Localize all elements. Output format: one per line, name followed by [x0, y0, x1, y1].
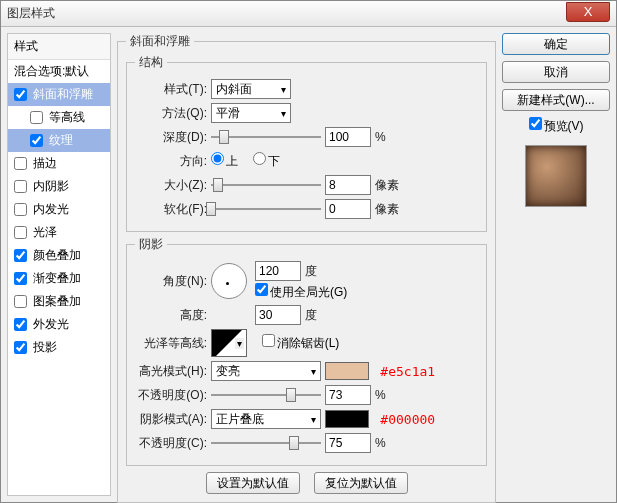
- depth-input[interactable]: 100: [325, 127, 371, 147]
- shadow-mode-label: 阴影模式(A):: [135, 411, 207, 428]
- shadow-opacity-label: 不透明度(C):: [135, 435, 207, 452]
- structure-group: 结构 样式(T): 内斜面 方法(Q): 平滑 深度(D): 100 %: [126, 54, 487, 232]
- technique-label: 方法(Q):: [135, 105, 207, 122]
- styles-header: 样式: [8, 34, 110, 60]
- altitude-label: 高度:: [135, 307, 207, 324]
- percent-unit: %: [375, 130, 386, 144]
- texture-item[interactable]: 纹理: [8, 129, 110, 152]
- shading-group: 阴影 角度(N): 120 度 使用全局光(G) 高度:: [126, 236, 487, 466]
- altitude-input[interactable]: 30: [255, 305, 301, 325]
- shadow-mode-select[interactable]: 正片叠底: [211, 409, 321, 429]
- direction-down-option[interactable]: 下: [253, 152, 280, 170]
- shadow-opacity-slider[interactable]: [211, 434, 321, 452]
- color-overlay-checkbox[interactable]: [14, 249, 27, 262]
- use-global-light-option[interactable]: 使用全局光(G): [255, 283, 347, 301]
- set-default-button[interactable]: 设置为默认值: [206, 472, 300, 494]
- antialias-option[interactable]: 消除锯齿(L): [262, 334, 340, 352]
- texture-checkbox[interactable]: [30, 134, 43, 147]
- stroke-item[interactable]: 描边: [8, 152, 110, 175]
- layer-style-dialog: 图层样式 X 样式 混合选项:默认 斜面和浮雕 等高线 纹理 描边 内阴影 内发…: [0, 0, 617, 503]
- direction-label: 方向:: [135, 153, 207, 170]
- shadow-hex-note: #000000: [380, 412, 435, 427]
- styles-panel: 样式 混合选项:默认 斜面和浮雕 等高线 纹理 描边 内阴影 内发光 光泽 颜色…: [7, 33, 111, 496]
- highlight-color-swatch[interactable]: [325, 362, 369, 380]
- stroke-checkbox[interactable]: [14, 157, 27, 170]
- inner-glow-checkbox[interactable]: [14, 203, 27, 216]
- satin-item[interactable]: 光泽: [8, 221, 110, 244]
- bevel-checkbox[interactable]: [14, 88, 27, 101]
- reset-default-button[interactable]: 复位为默认值: [314, 472, 408, 494]
- new-style-button[interactable]: 新建样式(W)...: [502, 89, 610, 111]
- shading-legend: 阴影: [135, 236, 167, 253]
- shadow-color-swatch[interactable]: [325, 410, 369, 428]
- satin-checkbox[interactable]: [14, 226, 27, 239]
- highlight-opacity-input[interactable]: 73: [325, 385, 371, 405]
- shadow-opacity-input[interactable]: 75: [325, 433, 371, 453]
- style-label: 样式(T):: [135, 81, 207, 98]
- soften-label: 软化(F):: [135, 201, 207, 218]
- size-input[interactable]: 8: [325, 175, 371, 195]
- highlight-opacity-slider[interactable]: [211, 386, 321, 404]
- inner-glow-item[interactable]: 内发光: [8, 198, 110, 221]
- direction-down-radio[interactable]: [253, 152, 266, 165]
- style-select[interactable]: 内斜面: [211, 79, 291, 99]
- pattern-overlay-item[interactable]: 图案叠加: [8, 290, 110, 313]
- highlight-opacity-label: 不透明度(O):: [135, 387, 207, 404]
- settings-panel: 斜面和浮雕 结构 样式(T): 内斜面 方法(Q): 平滑 深度(D): 100: [117, 33, 496, 496]
- size-slider[interactable]: [211, 176, 321, 194]
- direction-up-radio[interactable]: [211, 152, 224, 165]
- bevel-emboss-legend: 斜面和浮雕: [126, 33, 194, 50]
- soften-slider[interactable]: [211, 200, 321, 218]
- ok-button[interactable]: 确定: [502, 33, 610, 55]
- angle-dial[interactable]: [211, 263, 247, 299]
- blending-options-item[interactable]: 混合选项:默认: [8, 60, 110, 83]
- depth-label: 深度(D):: [135, 129, 207, 146]
- degree-unit: 度: [305, 263, 317, 280]
- degree-unit-2: 度: [305, 307, 317, 324]
- inner-shadow-checkbox[interactable]: [14, 180, 27, 193]
- color-overlay-item[interactable]: 颜色叠加: [8, 244, 110, 267]
- technique-select[interactable]: 平滑: [211, 103, 291, 123]
- titlebar: 图层样式 X: [1, 1, 616, 27]
- direction-up-option[interactable]: 上: [211, 152, 238, 170]
- cancel-button[interactable]: 取消: [502, 61, 610, 83]
- highlight-mode-select[interactable]: 变亮: [211, 361, 321, 381]
- highlight-hex-note: #e5c1a1: [380, 364, 435, 379]
- px-unit: 像素: [375, 177, 399, 194]
- gradient-overlay-item[interactable]: 渐变叠加: [8, 267, 110, 290]
- size-label: 大小(Z):: [135, 177, 207, 194]
- dialog-buttons: 确定 取消 新建样式(W)... 预览(V): [502, 33, 610, 496]
- gloss-contour-picker[interactable]: [211, 329, 247, 357]
- drop-shadow-checkbox[interactable]: [14, 341, 27, 354]
- use-global-light-checkbox[interactable]: [255, 283, 268, 296]
- structure-legend: 结构: [135, 54, 167, 71]
- antialias-checkbox[interactable]: [262, 334, 275, 347]
- close-button[interactable]: X: [566, 2, 610, 22]
- outer-glow-checkbox[interactable]: [14, 318, 27, 331]
- bevel-emboss-group: 斜面和浮雕 结构 样式(T): 内斜面 方法(Q): 平滑 深度(D): 100: [117, 33, 496, 503]
- bevel-emboss-item[interactable]: 斜面和浮雕: [8, 83, 110, 106]
- drop-shadow-item[interactable]: 投影: [8, 336, 110, 359]
- depth-slider[interactable]: [211, 128, 321, 146]
- window-title: 图层样式: [7, 5, 55, 22]
- preview-option[interactable]: 预览(V): [502, 117, 610, 135]
- gloss-contour-label: 光泽等高线:: [135, 335, 207, 352]
- angle-input[interactable]: 120: [255, 261, 301, 281]
- px-unit-2: 像素: [375, 201, 399, 218]
- contour-checkbox[interactable]: [30, 111, 43, 124]
- inner-shadow-item[interactable]: 内阴影: [8, 175, 110, 198]
- highlight-mode-label: 高光模式(H):: [135, 363, 207, 380]
- angle-label: 角度(N):: [135, 273, 207, 290]
- pattern-overlay-checkbox[interactable]: [14, 295, 27, 308]
- preview-thumbnail: [525, 145, 587, 207]
- gradient-overlay-checkbox[interactable]: [14, 272, 27, 285]
- soften-input[interactable]: 0: [325, 199, 371, 219]
- contour-item[interactable]: 等高线: [8, 106, 110, 129]
- preview-checkbox[interactable]: [529, 117, 542, 130]
- outer-glow-item[interactable]: 外发光: [8, 313, 110, 336]
